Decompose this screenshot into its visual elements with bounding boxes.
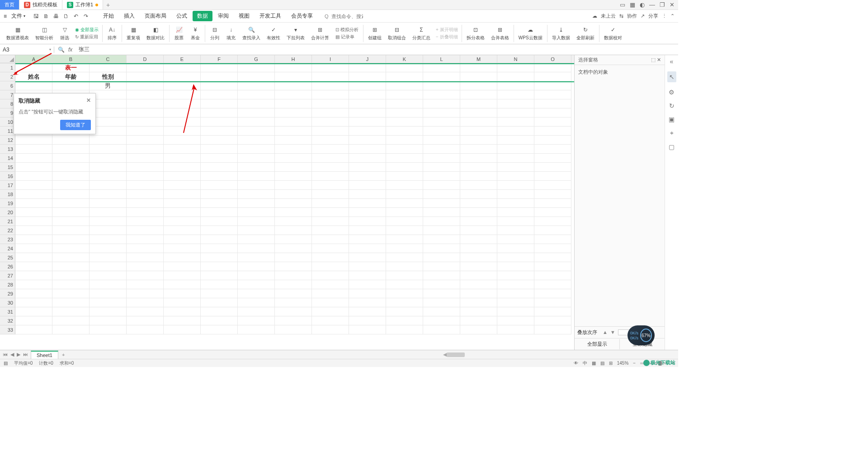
- cell[interactable]: [312, 235, 349, 244]
- row-header-32[interactable]: 32: [0, 316, 15, 325]
- cell[interactable]: [423, 316, 460, 325]
- cell[interactable]: [201, 253, 238, 262]
- cell[interactable]: [90, 280, 127, 289]
- fund-button[interactable]: ¥基金: [188, 25, 203, 41]
- cell[interactable]: [534, 271, 571, 280]
- cell[interactable]: [52, 181, 90, 190]
- cell[interactable]: [423, 280, 460, 289]
- command-search[interactable]: Q: [325, 14, 363, 19]
- cell[interactable]: [534, 262, 571, 271]
- cell[interactable]: [15, 271, 52, 280]
- cell[interactable]: [497, 253, 534, 262]
- col-F[interactable]: F: [201, 55, 238, 63]
- bookmark-icon[interactable]: ▢: [669, 143, 675, 150]
- row-header-31[interactable]: 31: [0, 307, 15, 316]
- cell[interactable]: [238, 181, 275, 190]
- cell[interactable]: [312, 253, 349, 262]
- cell[interactable]: [386, 127, 423, 136]
- row-header-10[interactable]: 10: [0, 118, 15, 127]
- cell[interactable]: [52, 307, 90, 316]
- cell[interactable]: [460, 325, 497, 334]
- tab-data[interactable]: 数据: [193, 11, 212, 21]
- smart-analysis-button[interactable]: ◫智能分析: [33, 25, 56, 41]
- reapply-button[interactable]: ↻重新应用: [75, 34, 99, 40]
- cell[interactable]: [127, 325, 164, 334]
- location-icon[interactable]: ⌖: [670, 129, 674, 137]
- cell[interactable]: [15, 298, 52, 307]
- tab-dev[interactable]: 开发工具: [255, 11, 286, 21]
- cell[interactable]: [275, 190, 312, 199]
- cell[interactable]: [238, 316, 275, 325]
- cell[interactable]: [460, 280, 497, 289]
- history-icon[interactable]: ↻: [669, 102, 675, 109]
- cell[interactable]: [349, 208, 386, 217]
- cell[interactable]: [275, 99, 312, 108]
- cell[interactable]: [349, 81, 386, 90]
- cell[interactable]: [275, 154, 312, 163]
- cell[interactable]: [127, 108, 164, 118]
- cell[interactable]: [275, 325, 312, 334]
- cell[interactable]: [238, 127, 275, 136]
- cloud-icon[interactable]: ☁: [592, 13, 597, 19]
- cell[interactable]: [164, 90, 201, 99]
- cell[interactable]: [423, 108, 460, 118]
- cell[interactable]: [164, 316, 201, 325]
- eye-icon[interactable]: 👁: [574, 361, 578, 366]
- cell[interactable]: [349, 289, 386, 298]
- cell[interactable]: [312, 118, 349, 127]
- row-header-26[interactable]: 26: [0, 262, 15, 271]
- cell[interactable]: [275, 217, 312, 226]
- cell[interactable]: [52, 325, 90, 334]
- cell[interactable]: [534, 181, 571, 190]
- cell[interactable]: [127, 99, 164, 108]
- cell[interactable]: [497, 118, 534, 127]
- cell[interactable]: [238, 199, 275, 208]
- tab-insert[interactable]: 插入: [119, 11, 139, 21]
- cell[interactable]: [127, 163, 164, 172]
- cell[interactable]: [497, 316, 534, 325]
- cell[interactable]: [164, 163, 201, 172]
- cell[interactable]: [386, 145, 423, 154]
- cell[interactable]: [52, 81, 90, 90]
- cell[interactable]: [497, 244, 534, 253]
- cell[interactable]: [312, 72, 349, 81]
- layout-icon[interactable]: ▭: [620, 1, 625, 8]
- cell[interactable]: [238, 118, 275, 127]
- cell[interactable]: [312, 316, 349, 325]
- sheet-first-icon[interactable]: ⏮: [3, 352, 8, 357]
- cell[interactable]: [423, 145, 460, 154]
- cell[interactable]: [534, 136, 571, 145]
- cell[interactable]: [534, 316, 571, 325]
- row-header-8[interactable]: 8: [0, 99, 15, 108]
- cell[interactable]: 姓名: [15, 72, 52, 81]
- cell[interactable]: [386, 90, 423, 99]
- cell[interactable]: [534, 72, 571, 81]
- cell[interactable]: [423, 217, 460, 226]
- cell[interactable]: [201, 99, 238, 108]
- cell[interactable]: [460, 118, 497, 127]
- cell[interactable]: [238, 253, 275, 262]
- cell[interactable]: [238, 81, 275, 90]
- cell[interactable]: [423, 235, 460, 244]
- cell[interactable]: [497, 154, 534, 163]
- cell[interactable]: [201, 271, 238, 280]
- hamburger-icon[interactable]: ≡: [4, 13, 7, 19]
- col-A[interactable]: A: [15, 55, 52, 63]
- cell[interactable]: [534, 325, 571, 334]
- fill-button[interactable]: ↓填充: [223, 25, 239, 41]
- cell[interactable]: [275, 108, 312, 118]
- cell[interactable]: [127, 244, 164, 253]
- cell[interactable]: [164, 118, 201, 127]
- cell[interactable]: [127, 199, 164, 208]
- cell[interactable]: [127, 181, 164, 190]
- cell[interactable]: [15, 154, 52, 163]
- cell[interactable]: [127, 298, 164, 307]
- cell[interactable]: [386, 307, 423, 316]
- cell[interactable]: [460, 181, 497, 190]
- cell[interactable]: [127, 271, 164, 280]
- cell[interactable]: [386, 217, 423, 226]
- cell[interactable]: [349, 217, 386, 226]
- cell[interactable]: [127, 63, 164, 72]
- cell[interactable]: [201, 127, 238, 136]
- cell[interactable]: [164, 325, 201, 334]
